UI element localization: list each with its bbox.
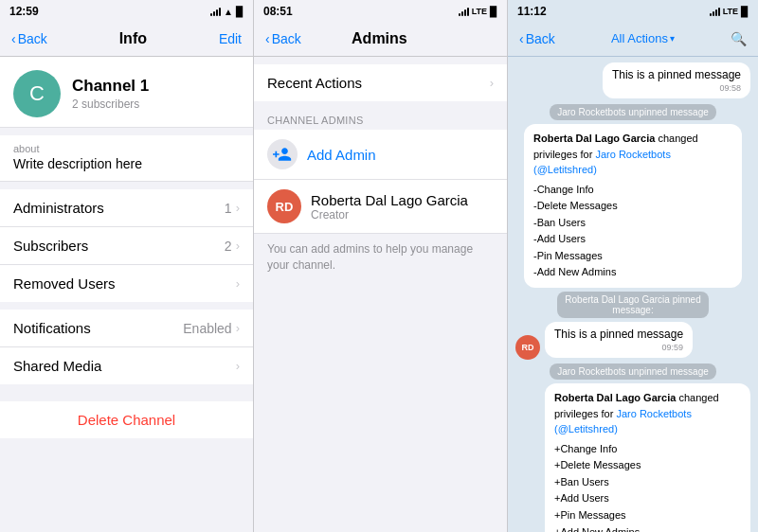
lte-icon-right: LTE [723,7,738,16]
about-section: about Write description here [0,135,253,182]
time-right: 11:12 [517,5,547,18]
removed-users-right: › [236,276,240,291]
pinned-message-text: This is a pinned message [612,68,741,81]
removed-users-row[interactable]: Removed Users › [0,265,253,302]
delete-section: Delete Channel [0,401,253,438]
actor-name-2: Roberta Dal Lago Garcia [554,392,676,403]
all-actions-label: All Actions [611,31,668,45]
nav-bar-right: ‹ Back All Actions ▾ 🔍 [508,21,758,57]
battery-icon: ▉ [236,7,244,17]
nav-title-left: Info [119,30,147,47]
back-button-mid[interactable]: ‹ Back [265,31,301,46]
back-button-left[interactable]: ‹ Back [11,31,47,46]
wifi-icon: ▲ [224,7,233,17]
subscribers-right: 2 › [225,239,240,254]
chevron-right-icon-5: › [236,359,240,373]
delete-channel-button[interactable]: Delete Channel [0,401,253,438]
administrators-right: 1 › [225,201,240,216]
chevron-left-icon: ‹ [11,31,16,46]
channel-info: C Channel 1 2 subscribers [0,57,253,128]
back-button-right[interactable]: ‹ Back [519,31,555,46]
pinned-message: This is a pinned message 09:58 [603,62,750,98]
action-msg-1: Roberta Dal Lago Garcia changed privileg… [524,124,742,288]
channel-admins-header: CHANNEL ADMINS [254,109,507,130]
privileges-removed: -Change Info-Delete Messages-Ban Users-A… [533,182,732,282]
info-panel: 12:59 ▲ ▉ ‹ Back Info Edit C Channel 1 2… [0,0,254,532]
add-admin-label: Add Admin [307,147,376,163]
rd-pinned-time: 09:59 [554,343,683,352]
nav-bar-mid: ‹ Back Admins [254,21,507,57]
channel-name: Channel 1 [72,77,149,96]
about-label: about [13,143,240,154]
rd-msg-row-2: RD Roberta Dal Lago Garcia changed privi… [515,383,750,532]
pinned-by-system: Roberta Dal Lago Garcia pinnedmessage: [557,292,708,318]
recent-actions-row[interactable]: Recent Actions › [254,64,507,101]
admin-details: Roberta Dal Lago Garcia Creator [311,192,468,222]
admin-avatar: RD [267,189,301,223]
status-icons-left: ▲ ▉ [210,7,244,17]
admin-role: Creator [311,208,468,222]
admin-row[interactable]: RD Roberta Dal Lago Garcia Creator [254,180,507,234]
notifications-label: Notifications [13,320,91,336]
shared-media-label: Shared Media [13,358,101,374]
notifications-row[interactable]: Notifications Enabled › [0,310,253,347]
nav-bar-left: ‹ Back Info Edit [0,21,253,57]
administrators-row[interactable]: Administrators 1 › [0,189,253,227]
rd-pinned-message: This is a pinned message 09:59 [545,322,693,358]
chevron-right-icon-4: › [236,321,240,335]
recent-actions-label: Recent Actions [267,75,362,91]
pinned-msg-bubble: This is a pinned message 09:58 [603,62,750,100]
subscribers-label: Subscribers [13,238,88,254]
chevron-left-icon-mid: ‹ [265,31,270,46]
administrators-count: 1 [225,201,232,216]
chevron-right-icon-ra: › [490,76,494,90]
admins-panel: 08:51 LTE ▉ ‹ Back Admins Recent Actions… [254,0,508,532]
removed-users-label: Removed Users [13,275,116,292]
signal-icon-right [710,7,720,16]
status-bar-left: 12:59 ▲ ▉ [0,0,253,21]
chevron-right-icon-2: › [236,239,240,253]
channel-subscribers: 2 subscribers [72,98,149,111]
chat-area[interactable]: This is a pinned message 09:58 Jaro Rock… [508,57,758,532]
privileges-added: +Change Info+Delete Messages+Ban Users+A… [554,441,741,532]
rd-avatar-1: RD [515,335,540,360]
all-actions-title[interactable]: All Actions ▾ [611,31,675,45]
rd-pinned-text: This is a pinned message [554,328,683,341]
pinned-message-time: 09:58 [612,83,741,93]
system-msg-1: Jaro Rocketbots unpinned message [550,104,716,120]
channel-details: Channel 1 2 subscribers [72,77,149,111]
lte-icon: LTE [472,7,487,16]
nav-title-mid: Admins [352,30,407,47]
status-bar-mid: 08:51 LTE ▉ [254,0,507,21]
admin-list-section: Administrators 1 › Subscribers 2 › Remov… [0,189,253,302]
time-mid: 08:51 [263,5,293,18]
chevron-left-icon-right: ‹ [519,31,524,46]
administrators-label: Administrators [13,200,104,216]
time-left: 12:59 [9,5,39,18]
notifications-value: Enabled [183,321,231,336]
signal-icon-mid [459,7,469,16]
add-admin-icon [267,139,298,169]
system-msg-2: Jaro Rocketbots unpinned message [550,364,716,380]
signal-icon [210,7,221,16]
notifications-right: Enabled › [183,321,240,336]
help-text: You can add admins to help you manage yo… [254,234,507,281]
channel-avatar: C [13,70,61,117]
actor-name-1: Roberta Dal Lago Garcia [533,133,655,144]
status-icons-mid: LTE ▉ [459,7,497,17]
subscribers-count: 2 [225,239,232,254]
chevron-right-icon-3: › [236,276,240,291]
add-admin-row[interactable]: Add Admin [254,130,507,180]
status-icons-right: LTE ▉ [710,7,749,17]
shared-media-row[interactable]: Shared Media › [0,347,253,384]
chevron-right-icon: › [236,201,240,215]
search-button-right[interactable]: 🔍 [731,31,747,46]
notifications-section: Notifications Enabled › Shared Media › [0,310,253,384]
action-msg-2: Roberta Dal Lago Garcia changed privileg… [545,383,750,532]
recent-actions-section: Recent Actions › [254,64,507,101]
subscribers-row[interactable]: Subscribers 2 › [0,227,253,265]
edit-button[interactable]: Edit [219,31,242,46]
all-actions-panel: 11:12 LTE ▉ ‹ Back All Actions ▾ 🔍 T [508,0,758,532]
battery-icon-mid: ▉ [490,7,497,17]
status-bar-right: 11:12 LTE ▉ [508,0,758,21]
